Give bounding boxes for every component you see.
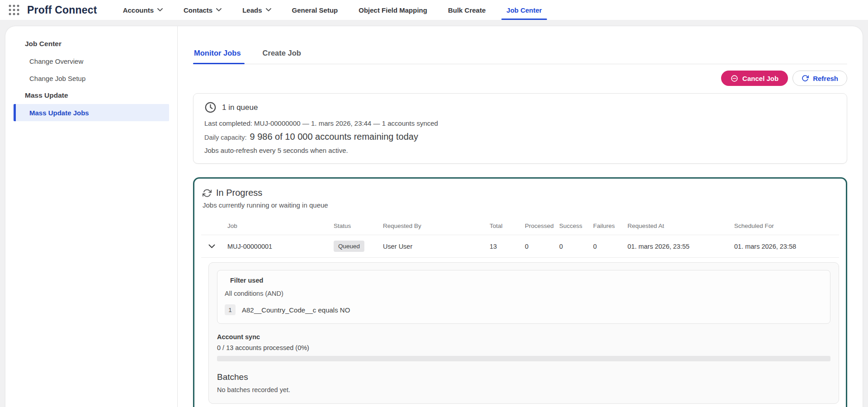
col-header-scheduled-for: Scheduled For — [734, 222, 839, 229]
sidebar-item-mass-update-jobs[interactable]: Mass Update Jobs — [14, 104, 169, 121]
nav-item-contacts[interactable]: Contacts — [173, 0, 232, 20]
auto-refresh-note: Jobs auto-refresh every 5 seconds when a… — [204, 147, 836, 154]
cell-success: 0 — [559, 243, 593, 250]
app-name: Proff Connect — [27, 4, 97, 16]
cell-total: 13 — [490, 243, 525, 250]
app-launcher-icon[interactable] — [8, 4, 20, 16]
nav-item-label: Accounts — [123, 6, 154, 14]
refresh-button[interactable]: Refresh — [793, 71, 847, 86]
chevron-down-icon — [216, 8, 222, 12]
daily-capacity-row: Daily capacity: 9 986 of 10 000 accounts… — [204, 132, 836, 142]
account-sync-title: Account sync — [217, 333, 830, 341]
col-header-processed: Processed — [525, 222, 559, 229]
daily-capacity-label: Daily capacity: — [204, 134, 246, 141]
nav-item-label: Object Field Mapping — [359, 6, 427, 14]
batches-title: Batches — [217, 372, 830, 382]
filter-card: Filter used All conditions (AND) 1 A82__… — [217, 270, 830, 324]
cancel-job-button[interactable]: Cancel Job — [721, 71, 788, 86]
sidebar-header-mass-update: Mass Update — [14, 87, 169, 104]
top-nav: Proff Connect Accounts Contacts Leads Ge… — [0, 0, 868, 20]
filter-index-chip: 1 — [225, 304, 236, 315]
filter-conditions-label: All conditions (AND) — [225, 290, 823, 297]
tab-monitor-jobs[interactable]: Monitor Jobs — [193, 49, 242, 64]
main-content: Monitor Jobs Create Job Cancel Job Refre… — [178, 26, 863, 407]
in-progress-header: In Progress Jobs currently running or wa… — [201, 188, 839, 209]
cell-processed: 0 — [525, 243, 559, 250]
in-progress-subtitle: Jobs currently running or waiting in que… — [203, 201, 838, 209]
col-header-success: Success — [559, 222, 593, 229]
col-header-failures: Failures — [593, 222, 627, 229]
minus-circle-icon — [731, 75, 738, 82]
nav-item-accounts[interactable]: Accounts — [113, 0, 173, 20]
job-table-row[interactable]: MUJ-00000001 Queued User User 13 0 0 0 0… — [201, 235, 839, 258]
nav-item-label: Job Center — [506, 6, 542, 14]
account-sync-progress-text: 0 / 13 accounts processed (0%) — [217, 344, 830, 351]
nav-item-label: General Setup — [292, 6, 338, 14]
chevron-down-icon — [208, 244, 215, 249]
filter-title: Filter used — [230, 277, 823, 284]
page-shell: Job Center Change Overview Change Job Se… — [5, 26, 863, 407]
cell-requested-at: 01. mars 2026, 23:55 — [627, 243, 734, 250]
last-completed-text: Last completed: MUJ-00000000 — 1. mars 2… — [204, 119, 836, 127]
nav-item-bulk-create[interactable]: Bulk Create — [438, 0, 496, 20]
sidebar: Job Center Change Overview Change Job Se… — [5, 26, 178, 407]
nav-item-label: Bulk Create — [448, 6, 486, 14]
cell-job-id: MUJ-00000001 — [227, 243, 334, 250]
progress-bar — [217, 356, 830, 361]
action-bar: Cancel Job Refresh — [193, 71, 847, 86]
chevron-down-icon — [157, 8, 163, 12]
row-expander-button[interactable] — [201, 244, 227, 249]
col-header-total: Total — [490, 222, 525, 229]
nav-item-label: Leads — [242, 6, 262, 14]
job-details-panel: Filter used All conditions (AND) 1 A82__… — [208, 262, 839, 404]
refresh-label: Refresh — [813, 75, 838, 82]
jobs-table-header: Job Status Requested By Total Processed … — [201, 217, 839, 235]
clock-icon — [204, 101, 217, 114]
nav-items: Accounts Contacts Leads General Setup Ob… — [113, 0, 552, 20]
filter-condition-text: A82__Country_Code__c equals NO — [242, 306, 350, 314]
tab-bar: Monitor Jobs Create Job — [193, 49, 847, 64]
nav-item-object-field-mapping[interactable]: Object Field Mapping — [348, 0, 438, 20]
daily-capacity-value: 9 986 of 10 000 accounts remaining today — [250, 132, 418, 142]
queue-count-text: 1 in queue — [222, 103, 258, 112]
col-header-job: Job — [227, 222, 334, 229]
tab-create-job[interactable]: Create Job — [262, 49, 302, 64]
cell-scheduled-for: 01. mars 2026, 23:58 — [734, 243, 839, 250]
cell-failures: 0 — [593, 243, 627, 250]
sidebar-header-job-center: Job Center — [14, 35, 169, 52]
sidebar-item-change-job-setup[interactable]: Change Job Setup — [14, 70, 169, 87]
nav-item-general-setup[interactable]: General Setup — [282, 0, 349, 20]
filter-row: 1 A82__Country_Code__c equals NO — [225, 304, 823, 315]
cell-requested-by: User User — [383, 243, 490, 250]
sidebar-item-change-overview[interactable]: Change Overview — [14, 52, 169, 70]
cancel-job-label: Cancel Job — [742, 75, 778, 82]
queue-count-row: 1 in queue — [204, 101, 836, 114]
in-progress-card: In Progress Jobs currently running or wa… — [193, 177, 847, 407]
sync-icon — [203, 189, 212, 198]
refresh-icon — [802, 75, 809, 82]
nav-item-label: Contacts — [184, 6, 212, 14]
col-header-requested-by: Requested By — [383, 222, 490, 229]
col-header-requested-at: Requested At — [627, 222, 734, 229]
queue-summary-card: 1 in queue Last completed: MUJ-00000000 … — [193, 93, 847, 164]
nav-item-job-center[interactable]: Job Center — [496, 0, 552, 20]
chevron-down-icon — [266, 8, 271, 12]
batches-empty-text: No batches recorded yet. — [217, 386, 830, 393]
in-progress-title: In Progress — [216, 188, 262, 198]
col-header-status: Status — [334, 222, 383, 229]
nav-item-leads[interactable]: Leads — [232, 0, 281, 20]
status-badge: Queued — [334, 241, 364, 252]
